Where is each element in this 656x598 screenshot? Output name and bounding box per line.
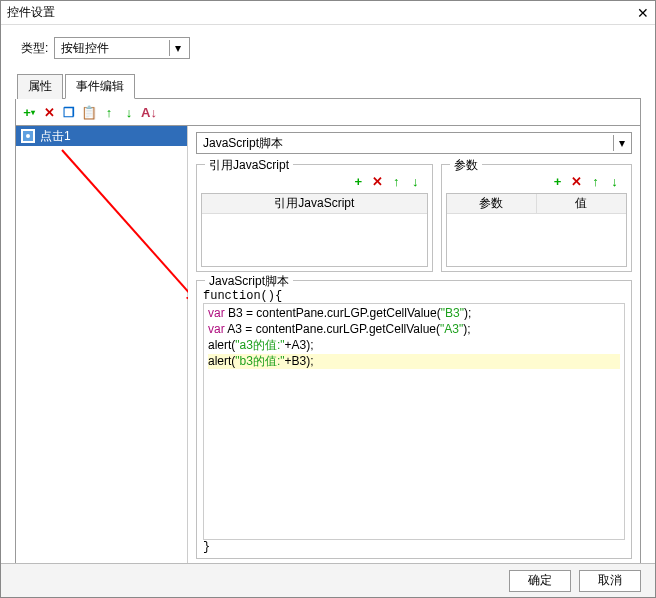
event-list: 点击1 <box>16 126 188 563</box>
script-type-value: JavaScript脚本 <box>203 135 283 152</box>
code-fieldset: JavaScript脚本 function(){ var B3 = conten… <box>196 280 632 559</box>
event-label: 点击1 <box>40 128 71 145</box>
svg-line-2 <box>62 150 188 306</box>
right-panel: JavaScript脚本 ▾ 引用JavaScript + ✕ ↑ ↓ 引用Ja… <box>188 126 640 563</box>
event-icon <box>21 129 35 143</box>
fieldset-row: 引用JavaScript + ✕ ↑ ↓ 引用JavaScript 参数 <box>196 164 632 272</box>
type-select[interactable]: 按钮控件 ▾ <box>54 37 190 59</box>
param-legend: 参数 <box>450 157 482 174</box>
param-toolbar: + ✕ ↑ ↓ <box>446 173 627 193</box>
add-icon[interactable]: + <box>549 173 566 190</box>
up-icon[interactable]: ↑ <box>388 173 405 190</box>
add-icon[interactable]: +▾ <box>20 103 38 121</box>
code-footer: } <box>203 540 625 554</box>
ref-toolbar: + ✕ ↑ ↓ <box>201 173 428 193</box>
ref-grid-head: 引用JavaScript <box>202 194 427 214</box>
ref-js-fieldset: 引用JavaScript + ✕ ↑ ↓ 引用JavaScript <box>196 164 433 272</box>
code-legend: JavaScript脚本 <box>205 273 293 290</box>
param-col2: 值 <box>537 194 626 213</box>
down-icon[interactable]: ↓ <box>606 173 623 190</box>
titlebar: 控件设置 ✕ <box>1 1 655 25</box>
ref-col1: 引用JavaScript <box>202 194 427 213</box>
event-toolbar: +▾ ✕ ❐ 📋 ↑ ↓ A↓ <box>15 99 641 126</box>
up-icon[interactable]: ↑ <box>100 103 118 121</box>
workarea: 点击1 JavaScript脚本 ▾ 引用JavaScript + ✕ ↑ <box>15 126 641 564</box>
svg-point-1 <box>26 134 30 138</box>
param-grid-head: 参数 值 <box>447 194 626 214</box>
sort-icon[interactable]: A↓ <box>140 103 158 121</box>
code-editor[interactable]: var B3 = contentPane.curLGP.getCellValue… <box>203 303 625 540</box>
delete-icon[interactable]: ✕ <box>369 173 386 190</box>
copy-icon[interactable]: ❐ <box>60 103 78 121</box>
ref-grid[interactable]: 引用JavaScript <box>201 193 428 267</box>
type-value: 按钮控件 <box>61 40 109 57</box>
event-item-click1[interactable]: 点击1 <box>16 126 187 146</box>
script-type-select[interactable]: JavaScript脚本 ▾ <box>196 132 632 154</box>
type-label: 类型: <box>21 40 48 57</box>
up-icon[interactable]: ↑ <box>587 173 604 190</box>
ok-button[interactable]: 确定 <box>509 570 571 592</box>
type-row: 类型: 按钮控件 ▾ <box>21 37 641 59</box>
delete-icon[interactable]: ✕ <box>40 103 58 121</box>
delete-icon[interactable]: ✕ <box>568 173 585 190</box>
content: 类型: 按钮控件 ▾ 属性 事件编辑 +▾ ✕ ❐ 📋 ↑ ↓ A↓ 点击1 <box>1 25 655 572</box>
down-icon[interactable]: ↓ <box>120 103 138 121</box>
window-title: 控件设置 <box>7 4 55 21</box>
tab-strip: 属性 事件编辑 <box>17 73 641 99</box>
chevron-down-icon: ▾ <box>169 40 185 56</box>
add-icon[interactable]: + <box>350 173 367 190</box>
paste-icon[interactable]: 📋 <box>80 103 98 121</box>
close-icon[interactable]: ✕ <box>637 5 649 21</box>
cancel-button[interactable]: 取消 <box>579 570 641 592</box>
footer: 确定 取消 <box>1 563 655 597</box>
ref-legend: 引用JavaScript <box>205 157 293 174</box>
param-grid[interactable]: 参数 值 <box>446 193 627 267</box>
down-icon[interactable]: ↓ <box>407 173 424 190</box>
code-header: function(){ <box>203 289 625 303</box>
chevron-down-icon: ▾ <box>613 135 629 151</box>
tab-properties[interactable]: 属性 <box>17 74 63 99</box>
tab-events[interactable]: 事件编辑 <box>65 74 135 99</box>
annotation-arrow <box>16 126 188 564</box>
param-col1: 参数 <box>447 194 537 213</box>
param-fieldset: 参数 + ✕ ↑ ↓ 参数 值 <box>441 164 632 272</box>
